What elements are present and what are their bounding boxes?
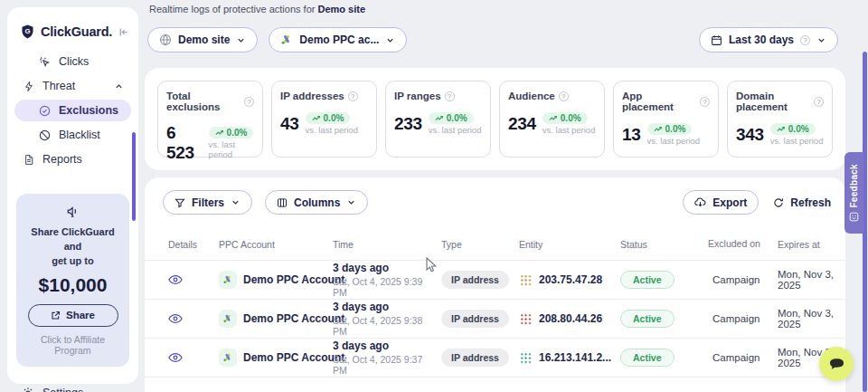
col-header-ppc-account[interactable]: PPC Account	[213, 239, 327, 250]
col-header-type[interactable]: Type	[436, 239, 514, 250]
columns-label: Columns	[294, 196, 340, 209]
stat-card-app-placement: App placement? 13 0.0% vs. last period	[613, 81, 719, 158]
help-icon[interactable]: ?	[814, 97, 824, 107]
sidebar-item-settings[interactable]: Settings	[7, 381, 138, 392]
entity-value: 203.75.47.28	[539, 273, 602, 286]
sidebar-item-clicks[interactable]: Clicks	[14, 51, 131, 72]
date-range-dropdown[interactable]: Last 30 days ?	[699, 27, 838, 53]
entity-value: 208.80.44.26	[539, 312, 602, 325]
excluded-on-value: Campaign	[707, 274, 772, 285]
view-details-eye-icon[interactable]	[168, 313, 183, 324]
view-details-eye-icon[interactable]	[168, 274, 183, 285]
stat-card-domain-placement: Domain placement? 343 0.0% vs. last peri…	[727, 81, 833, 158]
sidebar-item-reports[interactable]: Reports	[14, 148, 131, 170]
trend-badge: 0.0%	[647, 123, 693, 135]
table-row[interactable]: Demo PPC Account 3 days agoSat, Oct 4, 2…	[145, 260, 845, 299]
view-details-eye-icon[interactable]	[168, 352, 183, 363]
sidebar-item-label: Clicks	[59, 55, 89, 68]
share-button[interactable]: Share	[28, 304, 118, 327]
table-row[interactable]: Demo PPC Account 3 days agoSat, Oct 4, 2…	[145, 299, 845, 338]
sidebar-item-threat[interactable]: Threat	[14, 75, 131, 97]
help-icon[interactable]: ?	[700, 97, 710, 107]
entity-identicon	[519, 351, 533, 365]
col-header-entity[interactable]: Entity	[514, 239, 615, 250]
sidebar-item-label: Blacklist	[59, 129, 100, 141]
lightning-icon	[22, 81, 35, 92]
affiliate-link-label: Click to Affiliate Program	[24, 334, 122, 356]
chevron-up-icon	[114, 81, 124, 91]
chat-widget-button[interactable]	[819, 347, 854, 381]
refresh-button[interactable]: Refresh	[773, 196, 831, 209]
stat-sub-label: vs. last period	[770, 136, 824, 146]
chat-bubble-icon	[828, 357, 845, 371]
col-header-excluded-on[interactable]: Excluded on	[707, 238, 761, 251]
table-row[interactable]: Demo PPC Account 3 days agoSat, Oct 4, 2…	[145, 338, 845, 377]
stat-card-total-exclusions: Total exclusions? 6 523 0.0% vs. last pe…	[157, 81, 263, 158]
filter-row: Demo site Demo PPC ac...	[147, 27, 407, 53]
trend-badge: 0.0%	[306, 112, 351, 124]
sidebar-item-exclusions[interactable]: Exclusions	[14, 100, 131, 121]
sidebar-collapse-icon[interactable]	[118, 26, 129, 38]
logs-table-card: Filters Columns Export	[145, 177, 845, 392]
excluded-on-value: Campaign	[707, 313, 772, 324]
col-header-status[interactable]: Status	[615, 239, 707, 250]
funnel-icon	[175, 197, 185, 208]
feedback-tab[interactable]: Feedback	[844, 152, 863, 234]
sidebar-scrollbar[interactable]	[132, 132, 136, 221]
stat-sub-label: vs. last period	[429, 125, 482, 135]
col-header-time[interactable]: Time	[327, 239, 436, 250]
google-ads-icon	[219, 349, 237, 367]
external-link-icon	[51, 311, 61, 320]
filters-dropdown[interactable]: Filters	[163, 190, 252, 215]
date-range-value: Last 30 days	[729, 33, 794, 46]
stat-value: 233	[394, 114, 422, 134]
time-absolute: Sat, Oct 4, 2025 9:38 PM	[333, 315, 436, 337]
stat-sub-label: vs. last period	[306, 125, 359, 135]
excluded-on-value: Campaign	[707, 352, 772, 363]
settings-label: Settings	[42, 387, 83, 392]
sidebar-nav: Clicks Threat Exclusions Blacklist	[7, 51, 138, 170]
sidebar-item-label: Threat	[42, 80, 75, 92]
stat-value: 43	[280, 114, 299, 134]
filters-label: Filters	[192, 196, 224, 209]
stat-value: 13	[622, 125, 641, 145]
promo-text-line2: get up to	[24, 254, 122, 269]
page-subtitle: Realtime logs of protective actions for …	[149, 4, 365, 14]
time-absolute: Sat, Oct 4, 2025 9:37 PM	[333, 354, 436, 376]
help-icon[interactable]: ?	[559, 91, 569, 101]
help-icon[interactable]: ?	[348, 91, 358, 101]
affiliate-promo-card[interactable]: Share ClickGuard and get up to $10,000 S…	[16, 194, 129, 367]
col-header-expires-at[interactable]: Expires at	[772, 239, 845, 250]
megaphone-icon	[24, 205, 122, 222]
sidebar: G ClickGuard. Clicks Threat	[7, 7, 138, 384]
chevron-down-icon	[236, 35, 246, 45]
col-header-details[interactable]: Details	[163, 239, 213, 250]
ppc-account-filter-dropdown[interactable]: Demo PPC ac...	[269, 27, 407, 53]
stat-card-ip-ranges: IP ranges? 233 0.0% vs. last period	[385, 81, 491, 158]
entity-identicon	[519, 312, 533, 326]
stat-sub-label: vs. last period	[209, 139, 254, 159]
export-button[interactable]: Export	[683, 190, 759, 215]
trend-badge: 0.0%	[429, 112, 474, 124]
entity-value: 16.213.141.2...	[539, 351, 611, 364]
type-badge: IP address	[441, 310, 509, 328]
help-icon[interactable]: ?	[244, 97, 254, 107]
stat-value: 343	[736, 125, 764, 145]
stat-label: IP ranges	[394, 91, 441, 101]
entity-identicon	[519, 273, 533, 287]
chevron-down-icon	[816, 35, 826, 45]
help-icon[interactable]: ?	[445, 91, 455, 101]
stats-panel: Total exclusions? 6 523 0.0% vs. last pe…	[145, 68, 845, 170]
columns-dropdown[interactable]: Columns	[265, 190, 368, 215]
stat-label: Audience	[508, 91, 555, 101]
chevron-down-icon	[385, 35, 395, 45]
help-icon[interactable]: ?	[800, 35, 810, 45]
table-row[interactable]: 3 days ago	[145, 377, 845, 392]
site-filter-value: Demo site	[178, 33, 230, 46]
document-icon	[22, 154, 35, 166]
columns-icon	[277, 197, 288, 208]
cursor-click-icon	[38, 56, 52, 68]
sidebar-item-blacklist[interactable]: Blacklist	[14, 124, 131, 146]
calendar-icon	[711, 34, 722, 46]
site-filter-dropdown[interactable]: Demo site	[147, 27, 258, 53]
